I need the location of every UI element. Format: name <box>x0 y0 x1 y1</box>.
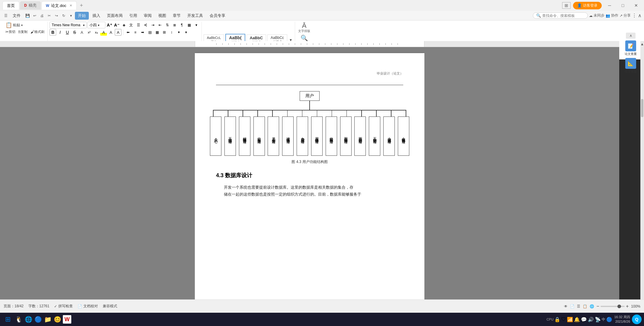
menu-page-layout[interactable]: 页面布局 <box>104 12 126 20</box>
format-painter-button[interactable]: 🖌 格式刷 <box>29 29 46 35</box>
font-color-button[interactable]: A <box>79 29 85 36</box>
subscript-button[interactable]: x₂ <box>93 29 100 36</box>
menu-devtools[interactable]: 开发工具 <box>184 12 206 20</box>
menu-vip[interactable]: 会员专享 <box>207 12 228 20</box>
spell-check-button[interactable]: ✓ 拼写检查 <box>54 304 73 309</box>
line-spacing2-button[interactable]: ↕ <box>168 29 175 36</box>
dropdown-arrow[interactable]: ▾ <box>68 12 74 19</box>
phonetic-button[interactable]: 文 <box>128 22 134 28</box>
start-button[interactable]: ⊞ <box>2 314 13 325</box>
menu-file-icon[interactable]: ☰ <box>2 12 9 19</box>
show-hide-btn[interactable]: ¶ <box>179 22 185 28</box>
bold-button[interactable]: B <box>50 29 56 36</box>
collapse-button[interactable]: ∧ <box>638 13 642 18</box>
num-list-button[interactable]: ⑆ <box>142 22 149 28</box>
align-right-button[interactable]: ➡ <box>139 29 146 36</box>
view-page-button[interactable]: 📄 <box>570 304 575 308</box>
save-button[interactable]: 💾 <box>24 12 31 19</box>
tray-wifi[interactable]: 📡 <box>595 317 601 322</box>
tray-icon6[interactable]: 🔊 <box>588 317 594 322</box>
view-web-button[interactable]: 📋 <box>583 304 587 308</box>
add-tab-button[interactable]: + <box>77 1 86 10</box>
taskbar-folder[interactable]: 📁 <box>43 315 52 324</box>
paper-check-button[interactable]: 📝 论文查重 <box>625 40 637 56</box>
list-button[interactable]: ☰ <box>135 22 142 28</box>
compat-mode-button[interactable]: 兼容模式 <box>103 304 117 309</box>
font-decrease-button[interactable]: A⁻ <box>113 22 120 28</box>
panel-up-button[interactable]: ∧ <box>626 33 636 39</box>
underline-button[interactable]: U <box>64 29 71 36</box>
superscript-button[interactable]: x² <box>86 29 92 36</box>
zoom-minus-button[interactable]: − <box>597 304 599 309</box>
menu-insert[interactable]: 插入 <box>89 12 103 20</box>
tray-icon5[interactable]: 💬 <box>581 317 587 322</box>
screenshot-button[interactable]: ✂ <box>46 12 53 19</box>
redo2-button[interactable]: ↻ <box>60 12 67 19</box>
copy-button[interactable]: ⎘ 复制 <box>17 29 29 35</box>
paragraph-2[interactable]: 储在一起的这些数据也是按照一定的组织方式进行的。目前，数据库能够服务于 <box>216 191 403 198</box>
tray-icon4[interactable]: 🔔 <box>574 317 580 322</box>
minimize-button[interactable]: ─ <box>604 1 615 10</box>
align-left-button[interactable]: ⬅ <box>125 29 131 36</box>
line-spacing-btn[interactable]: ≣ <box>171 22 178 28</box>
strikethrough-button[interactable]: S <box>71 29 78 36</box>
visit-login-button[interactable]: 👤 访客登录 <box>573 2 602 9</box>
clear-format-button[interactable]: ◈ <box>121 22 127 28</box>
text-bg-button[interactable]: A <box>108 29 114 36</box>
close-button[interactable]: ✕ <box>631 1 642 10</box>
tray-icon3[interactable]: 📶 <box>567 317 573 322</box>
menu-review[interactable]: 审阅 <box>141 12 155 20</box>
para-sort[interactable]: ⇅ <box>164 22 171 28</box>
paste-dropdown[interactable]: ▾ <box>21 24 23 27</box>
paste-button[interactable]: 📋 粘贴 ▾ <box>4 22 24 28</box>
zoom-slider[interactable] <box>601 306 625 307</box>
paragraph-1[interactable]: 开发一个系统也需要提前设计数据库。这里的数据库是相关数据的集合，存 <box>216 184 403 191</box>
view-focus-button[interactable]: 🌐 <box>590 304 594 308</box>
command-search-box[interactable]: 🔍 <box>533 12 588 19</box>
font-size-selector[interactable]: 小四 ▾ <box>87 22 105 28</box>
menu-chapter[interactable]: 章节 <box>170 12 184 20</box>
sync-button[interactable]: ☁ 未同步 <box>589 13 604 18</box>
text-border-button[interactable]: A <box>115 29 121 36</box>
view-normal-button[interactable]: 👁 <box>564 304 568 308</box>
highlight-button[interactable]: A <box>100 29 107 36</box>
taskbar-penguin[interactable]: 🐧 <box>14 315 23 324</box>
col-layout-button[interactable]: ⊞ <box>161 29 168 36</box>
more-format-button[interactable]: ▾ <box>183 29 189 36</box>
tab-close-icon[interactable]: ✕ <box>69 4 72 8</box>
qq-avatar[interactable]: Q <box>632 315 642 324</box>
scroll-thumb[interactable] <box>641 99 643 117</box>
cut-button[interactable]: ✂ 剪切 <box>4 29 17 35</box>
distributed-button[interactable]: ▦ <box>154 29 160 36</box>
justify-button[interactable]: ▤ <box>147 29 153 36</box>
shading-btn[interactable]: ▾ <box>193 22 200 28</box>
paper-layout-button[interactable]: 📐 论文排版 <box>625 58 637 74</box>
text-layout-button[interactable]: Ā 文字排版 <box>297 22 311 34</box>
font-increase-button[interactable]: A⁺ <box>106 22 113 28</box>
menu-reference[interactable]: 引用 <box>126 12 140 20</box>
italic-button[interactable]: I <box>57 29 63 36</box>
font-size-dropdown[interactable]: ▾ <box>98 24 99 27</box>
collab-button[interactable]: 👥 协作 <box>606 13 618 18</box>
tray-lang[interactable]: 中 <box>602 317 605 322</box>
zoom-plus-button[interactable]: + <box>626 304 629 309</box>
document-scroll-area[interactable]: 毕业设计（论文） 用户 <box>195 47 424 313</box>
taskbar-wps[interactable]: W <box>63 315 71 324</box>
align-center-button[interactable]: ≡ <box>132 29 139 36</box>
undo-button[interactable]: ↩ <box>31 12 38 19</box>
taskbar-browser[interactable]: 🌐 <box>24 315 33 324</box>
border-shade-button[interactable]: ✦ <box>175 29 182 36</box>
taskbar-browser2[interactable]: 🔵 <box>34 315 42 324</box>
tab-wps[interactable]: D 稿壳 <box>20 1 41 10</box>
tray-icon2[interactable]: 🛡 <box>561 317 566 322</box>
indent-decrease[interactable]: ⇤ <box>157 22 163 28</box>
menu-file[interactable]: 文件 <box>10 12 24 20</box>
tab-doc[interactable]: W 论文.doc ✕ <box>41 1 77 10</box>
share-button[interactable]: ↗ 分享 <box>620 13 631 18</box>
menu-view[interactable]: 视图 <box>155 12 169 20</box>
tray-bluetooth[interactable]: 🔵 <box>606 317 612 322</box>
doc-check-button[interactable]: 📄 文档校对 <box>78 304 98 309</box>
font-name-selector[interactable]: Times New Roma ▾ <box>50 22 87 28</box>
scroll-track[interactable] <box>640 47 644 307</box>
vertical-scrollbar[interactable]: ▲ ▼ <box>640 41 644 313</box>
